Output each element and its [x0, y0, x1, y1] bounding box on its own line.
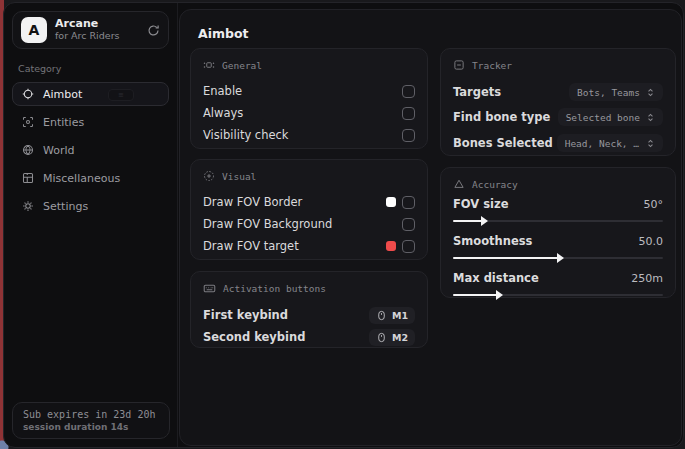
find-bone-type-dropdown[interactable]: Selected bone — [558, 108, 663, 126]
setting-label: Find bone type — [453, 110, 550, 124]
setting-row: Draw FOV target — [203, 235, 415, 257]
sidebar: A Arcane for Arc Riders Category Aimbot — [4, 3, 178, 447]
accuracy-icon — [453, 178, 465, 190]
sub-expires-text: Sub expires in 23d 20h — [23, 409, 159, 420]
max-distance-slider[interactable] — [453, 294, 663, 296]
setting-label: Targets — [453, 85, 501, 99]
category-nav: Aimbot ≡ Entities World — [12, 82, 169, 218]
slider-thumb[interactable] — [557, 253, 564, 263]
always-checkbox[interactable] — [402, 107, 415, 120]
sidebar-item-settings[interactable]: Settings — [12, 194, 169, 218]
card-title: Accuracy — [472, 179, 518, 190]
sidebar-item-world[interactable]: World — [12, 138, 169, 162]
setting-label: Always — [203, 106, 243, 120]
category-label: Category — [18, 63, 165, 74]
sidebar-item-label: Aimbot — [43, 88, 82, 101]
setting-label: Draw FOV Border — [203, 195, 302, 209]
unfold-icon — [646, 139, 655, 148]
setting-label: Draw FOV Background — [203, 217, 332, 231]
draw-fov-target-checkbox[interactable] — [402, 240, 415, 253]
crosshair-icon — [22, 88, 34, 100]
draw-fov-border-checkbox[interactable] — [402, 196, 415, 209]
keyboard-icon — [203, 282, 216, 295]
visual-icon — [203, 170, 215, 182]
main-panel: Aimbot General Enable Always — [179, 9, 682, 446]
sidebar-item-entities[interactable]: Entities — [12, 110, 169, 134]
sidebar-item-label: Settings — [43, 200, 88, 213]
second-keybind-button[interactable]: M2 — [369, 329, 415, 346]
setting-label: First keybind — [203, 308, 288, 322]
slider-group: Smoothness 50.0 — [453, 232, 663, 259]
setting-row: Visibility check — [203, 124, 415, 146]
dropdown-value: Head, Neck, Body, Fe... — [565, 138, 640, 149]
card-title: General — [222, 60, 262, 71]
unfold-icon — [646, 113, 655, 122]
slider-value: 50.0 — [639, 235, 664, 248]
app-window: A Arcane for Arc Riders Category Aimbot — [3, 2, 684, 448]
setting-row: Draw FOV Border — [203, 191, 415, 213]
card-title: Visual — [222, 171, 256, 182]
unfold-icon — [646, 88, 655, 97]
enable-checkbox[interactable] — [402, 85, 415, 98]
setting-label: Smoothness — [453, 234, 532, 248]
setting-row: Enable — [203, 80, 415, 102]
first-keybind-button[interactable]: M1 — [369, 307, 415, 324]
setting-label: Bones Selected — [453, 136, 553, 150]
card-title: Tracker — [472, 60, 512, 71]
brand-card: A Arcane for Arc Riders — [12, 11, 169, 49]
setting-label: Visibility check — [203, 128, 289, 142]
slider-value: 250m — [631, 272, 663, 285]
fov-target-color-swatch[interactable] — [386, 241, 396, 251]
page-title: Aimbot — [198, 26, 249, 41]
slider-value: 50° — [644, 198, 664, 211]
gear-icon — [22, 200, 34, 212]
setting-label: Second keybind — [203, 330, 305, 344]
scan-icon — [22, 116, 34, 128]
sidebar-item-label: World — [43, 144, 75, 157]
setting-row: Second keybind M2 — [203, 326, 415, 348]
setting-row: Always — [203, 102, 415, 124]
card-accuracy: Accuracy FOV size 50° Smoothness 50.0 — [440, 167, 676, 298]
fov-border-color-swatch[interactable] — [386, 197, 396, 207]
session-duration-text: session duration 14s — [23, 422, 159, 432]
setting-row: Find bone type Selected bone — [453, 104, 663, 130]
bones-selected-dropdown[interactable]: Head, Neck, Body, Fe... — [557, 134, 663, 152]
globe-icon — [22, 144, 34, 156]
card-tracker: Tracker Targets Bots, Teams Find bone ty… — [440, 48, 676, 156]
targets-dropdown[interactable]: Bots, Teams — [569, 83, 663, 101]
card-activation-buttons: Activation buttons First keybind M1 Seco… — [190, 271, 428, 348]
desktop: { "sidebar": { "brand": { "logo_letter":… — [0, 0, 685, 449]
keybind-value: M2 — [392, 332, 408, 343]
keybind-value: M1 — [392, 310, 408, 321]
slider-group: FOV size 50° — [453, 195, 663, 222]
fov-size-slider[interactable] — [453, 220, 663, 222]
brand-name: Arcane — [55, 18, 139, 31]
setting-row: Targets Bots, Teams — [453, 80, 663, 104]
card-general: General Enable Always Visibility check — [190, 48, 428, 149]
smoothness-slider[interactable] — [453, 257, 663, 259]
sidebar-item-label: Entities — [43, 116, 84, 129]
tracker-icon — [453, 59, 465, 71]
sidebar-item-miscellaneous[interactable]: Miscellaneous — [12, 166, 169, 190]
card-visual: Visual Draw FOV Border Draw FOV Backgrou… — [190, 159, 428, 260]
item-badge: ≡ — [108, 89, 134, 101]
sidebar-item-aimbot[interactable]: Aimbot ≡ — [12, 82, 169, 106]
setting-label: Enable — [203, 84, 242, 98]
setting-label: Draw FOV target — [203, 239, 299, 253]
slider-thumb[interactable] — [481, 216, 488, 226]
slider-group: Max distance 250m — [453, 269, 663, 296]
setting-label: Max distance — [453, 271, 539, 285]
draw-fov-background-checkbox[interactable] — [402, 218, 415, 231]
brand-subtitle: for Arc Riders — [55, 31, 139, 42]
dropdown-value: Bots, Teams — [577, 87, 640, 98]
brand-logo: A — [21, 17, 47, 43]
subscription-card: Sub expires in 23d 20h session duration … — [12, 402, 170, 439]
visibility-check-checkbox[interactable] — [402, 129, 415, 142]
slider-thumb[interactable] — [496, 290, 503, 300]
setting-label: FOV size — [453, 197, 509, 211]
setting-row: Bones Selected Head, Neck, Body, Fe... — [453, 130, 663, 156]
grid-icon — [22, 172, 34, 184]
refresh-icon[interactable] — [147, 24, 160, 37]
mouse-icon — [376, 332, 387, 343]
setting-row: First keybind M1 — [203, 304, 415, 326]
